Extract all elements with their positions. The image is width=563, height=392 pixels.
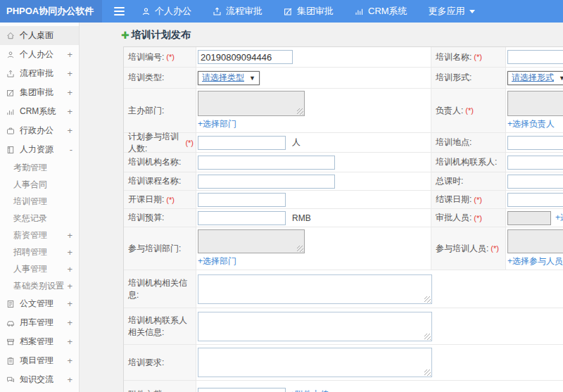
join-dept-select-link[interactable]: +选择部门 <box>198 255 236 267</box>
select-leader-link[interactable]: +选择负责人 <box>507 118 555 130</box>
join-dept-textarea[interactable] <box>198 229 305 253</box>
org-contact-info-textarea[interactable] <box>198 312 432 341</box>
menu-toggle-icon[interactable] <box>114 5 125 18</box>
course-name-label: 培训课程名称: <box>124 172 196 190</box>
join-person-label: 参与培训人员:(*) <box>431 227 506 270</box>
sidebar-item-vehicle-mgmt[interactable]: 用车管理 + <box>0 313 79 332</box>
org-info-textarea[interactable] <box>198 274 432 304</box>
sidebar-label: 项目管理 <box>20 355 53 367</box>
org-name-field[interactable] <box>198 156 335 170</box>
sidebar-item-recruit-mgmt[interactable]: 招聘管理 + <box>0 244 79 260</box>
total-hours-field[interactable] <box>507 175 563 189</box>
sidebar-label: 人事合同 <box>13 179 47 191</box>
sidebar-item-base-category-settings[interactable]: 基础类别设置 + <box>0 277 79 294</box>
training-name-field[interactable] <box>507 50 563 64</box>
field-cell: +选择负责人 <box>506 89 563 132</box>
expand-icon[interactable]: + <box>67 107 72 116</box>
field-cell <box>506 172 563 190</box>
expand-icon[interactable]: + <box>67 69 72 78</box>
attachment-upload-link[interactable]: +附件上传 <box>290 388 329 392</box>
menu-item-group-approval[interactable]: 集团审批 <box>284 5 334 18</box>
sidebar-item-training-mgmt[interactable]: 培训管理 <box>0 193 79 210</box>
expand-icon[interactable]: + <box>67 299 72 308</box>
field-cell <box>196 270 563 308</box>
main-content: ✚ 培训计划发布 培训编号:(*) 培训名称:(*) 培训类型: 请选择类型▼ … <box>80 23 563 392</box>
sidebar-item-group-approval[interactable]: 集团审批 + <box>0 83 79 102</box>
sidebar-label: 公文管理 <box>20 298 53 310</box>
menu-item-crm-system[interactable]: CRM系统 <box>355 5 407 18</box>
select-dept-link[interactable]: +选择部门 <box>198 118 236 130</box>
required-mark: (*) <box>166 196 175 204</box>
join-person-textarea[interactable] <box>507 229 563 253</box>
chat-icon <box>6 376 15 384</box>
field-cell <box>506 153 563 172</box>
training-place-field[interactable] <box>507 136 563 150</box>
leader-textarea[interactable] <box>507 91 563 116</box>
expand-icon[interactable]: + <box>67 248 72 257</box>
bar-chart-icon <box>355 7 364 16</box>
app-logo: PHPOA协同办公软件 <box>0 0 102 23</box>
edit-icon <box>284 7 293 16</box>
sidebar-item-document-mgmt[interactable]: 公文管理 + <box>0 294 79 313</box>
expand-icon[interactable]: + <box>67 231 72 240</box>
planned-num-label: 计划参与培训人数:(*) <box>124 133 196 152</box>
sidebar-label: 个人办公 <box>20 49 53 61</box>
end-date-field[interactable] <box>507 193 563 207</box>
sidebar-item-project-mgmt[interactable]: 项目管理 + <box>0 351 79 370</box>
start-date-field[interactable] <box>198 193 286 207</box>
expand-icon[interactable]: + <box>67 337 72 346</box>
form-row: 培训编号:(*) 培训名称:(*) <box>124 47 563 68</box>
field-cell <box>196 191 431 208</box>
required-mark: (*) <box>166 53 175 61</box>
select-approver-link[interactable]: +选择审批人员 <box>555 212 563 224</box>
sidebar-item-personnel-mgmt[interactable]: 人事管理 + <box>0 260 79 277</box>
menu-item-workflow-approval[interactable]: 流程审批 <box>213 5 262 18</box>
sidebar-item-admin-office[interactable]: 行政办公 + <box>0 121 79 140</box>
training-require-textarea[interactable] <box>198 348 432 377</box>
training-type-select[interactable]: 请选择类型▼ <box>198 71 260 85</box>
sidebar-item-knowledge-exchange[interactable]: 知识交流 + <box>0 370 79 389</box>
course-name-field[interactable] <box>198 175 335 189</box>
home-icon <box>6 32 15 40</box>
sidebar-label: 人力资源 <box>20 144 53 156</box>
menu-item-more-apps[interactable]: 更多应用 <box>429 5 475 18</box>
sidebar-label: 流程审批 <box>20 68 53 80</box>
sidebar-item-workflow-approval[interactable]: 流程审批 + <box>0 64 79 83</box>
join-person-select-link[interactable]: +选择参与人员 <box>507 255 563 267</box>
expand-icon[interactable]: + <box>67 88 72 97</box>
sidebar-item-human-resources[interactable]: 人力资源 - <box>0 140 79 159</box>
host-dept-textarea[interactable] <box>198 91 305 116</box>
form-row: 培训类型: 请选择类型▼ 培训形式: 请选择形式▼ <box>124 68 563 89</box>
user-icon <box>6 51 15 59</box>
planned-trainees-field[interactable] <box>198 136 286 150</box>
approver-field[interactable] <box>507 211 551 225</box>
user-icon <box>141 7 151 16</box>
menu-label: 更多应用 <box>429 5 465 18</box>
training-form-select[interactable]: 请选择形式▼ <box>507 71 563 85</box>
training-plan-form: 培训编号:(*) 培训名称:(*) 培训类型: 请选择类型▼ 培训形式: 请选择… <box>123 46 563 392</box>
form-row: 培训课程名称: 总课时: <box>124 172 563 191</box>
budget-field[interactable] <box>198 211 286 225</box>
sidebar-item-salary-mgmt[interactable]: 薪资管理 + <box>0 227 79 244</box>
field-cell <box>196 47 431 67</box>
collapse-icon[interactable]: - <box>70 145 72 154</box>
attachment-field[interactable] <box>198 388 286 392</box>
sidebar-item-hr-contract[interactable]: 人事合同 <box>0 176 79 193</box>
sidebar-item-personal-office[interactable]: 个人办公 + <box>0 45 79 64</box>
org-contact-field[interactable] <box>507 156 563 170</box>
expand-icon[interactable]: + <box>67 50 72 59</box>
org-info-label: 培训机构相关信息: <box>124 270 196 308</box>
expand-icon[interactable]: + <box>67 126 72 135</box>
sidebar-item-personal-desktop[interactable]: 个人桌面 <box>0 26 79 45</box>
sidebar-item-crm-system[interactable]: CRM系统 + <box>0 102 79 121</box>
expand-icon[interactable]: + <box>67 375 72 384</box>
menu-item-personal-office[interactable]: 个人办公 <box>141 5 191 18</box>
training-no-field[interactable] <box>198 50 293 64</box>
expand-icon[interactable]: + <box>67 282 72 291</box>
expand-icon[interactable]: + <box>67 356 72 365</box>
sidebar-item-reward-record[interactable]: 奖惩记录 <box>0 210 79 227</box>
sidebar-item-attendance-mgmt[interactable]: 考勤管理 <box>0 159 79 176</box>
expand-icon[interactable]: + <box>67 318 72 327</box>
expand-icon[interactable]: + <box>67 265 72 274</box>
sidebar-item-archive-mgmt[interactable]: 档案管理 + <box>0 332 79 351</box>
